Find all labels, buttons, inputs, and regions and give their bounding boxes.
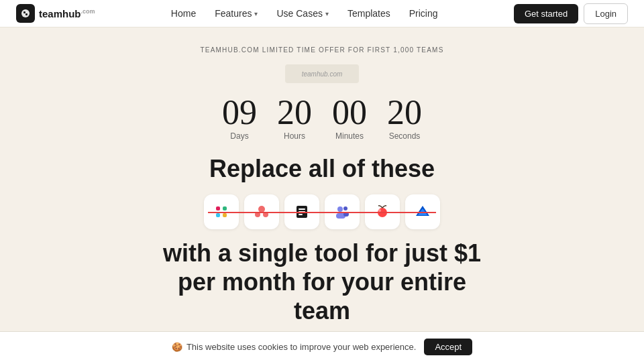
svg-rect-7 xyxy=(223,206,227,210)
minutes-label: Minutes xyxy=(335,131,364,141)
get-started-button[interactable]: Get started xyxy=(514,4,578,23)
svg-rect-1 xyxy=(23,11,25,13)
strikethrough-line xyxy=(208,212,436,214)
countdown: 09 Days 20 Hours 00 Minutes 20 Seconds xyxy=(222,95,422,141)
svg-rect-8 xyxy=(223,213,227,217)
svg-point-0 xyxy=(21,9,30,17)
minutes-value: 00 xyxy=(332,95,367,130)
cookie-emoji: 🍪 xyxy=(172,342,182,352)
nav-templates[interactable]: Templates xyxy=(347,7,390,19)
countdown-hours: 20 Hours xyxy=(277,95,312,141)
seconds-label: Seconds xyxy=(389,131,421,141)
countdown-seconds: 20 Seconds xyxy=(387,95,422,141)
nav-actions: Get started Login xyxy=(514,3,628,24)
nav-pricing[interactable]: Pricing xyxy=(409,7,438,19)
cookie-text: 🍪 This website uses cookies to improve y… xyxy=(172,342,417,352)
logo[interactable]: teamhub.com xyxy=(16,4,95,23)
hero-image: teamhub.com xyxy=(285,64,359,83)
hours-value: 20 xyxy=(277,95,312,130)
logo-text: teamhub.com xyxy=(39,8,95,19)
countdown-days: 09 Days xyxy=(222,95,257,141)
countdown-minutes: 00 Minutes xyxy=(332,95,367,141)
svg-rect-13 xyxy=(299,208,305,210)
nav-home[interactable]: Home xyxy=(171,7,196,19)
svg-text:teamhub.com: teamhub.com xyxy=(302,70,343,78)
login-button[interactable]: Login xyxy=(584,3,628,24)
svg-rect-6 xyxy=(216,213,220,217)
seconds-value: 20 xyxy=(387,95,422,130)
main-content: TEAMHUB.COM LIMITED TIME OFFER FOR FIRST… xyxy=(0,27,644,362)
nav-links: Home Features Use Cases Templates Pricin… xyxy=(171,7,438,19)
nav-features[interactable]: Features xyxy=(215,8,258,19)
cookie-message: This website uses cookies to improve you… xyxy=(186,342,417,352)
nav-use-cases[interactable]: Use Cases xyxy=(276,8,328,19)
days-value: 09 xyxy=(222,95,257,130)
days-label: Days xyxy=(230,131,248,141)
svg-rect-15 xyxy=(299,214,303,215)
svg-point-17 xyxy=(343,206,347,210)
svg-rect-5 xyxy=(216,206,220,210)
sub-headline: with a single tool for just $1 per month… xyxy=(154,239,490,326)
promo-badge: TEAMHUB.COM LIMITED TIME OFFER FOR FIRST… xyxy=(201,46,444,54)
svg-rect-2 xyxy=(25,13,28,15)
cookie-accept-button[interactable]: Accept xyxy=(424,339,472,355)
main-headline: Replace all of these xyxy=(209,156,435,182)
cookie-banner: 🍪 This website uses cookies to improve y… xyxy=(0,331,644,362)
navigation: teamhub.com Home Features Use Cases Temp… xyxy=(0,0,644,27)
apps-row xyxy=(201,194,443,229)
hours-label: Hours xyxy=(284,131,305,141)
svg-point-16 xyxy=(337,206,343,212)
logo-icon xyxy=(16,4,35,23)
